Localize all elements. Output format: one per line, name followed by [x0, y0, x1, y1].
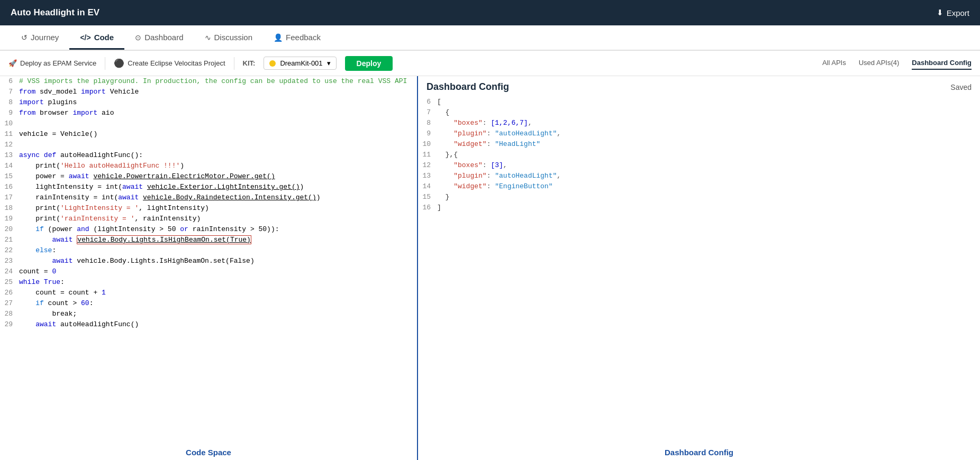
line-number: 10: [0, 118, 19, 129]
table-row: 19 print('rainIntensity = ', rainIntensi…: [0, 214, 417, 224]
create-eclipse-btn[interactable]: ⚫ Create Eclipse Velocitas Project: [114, 58, 225, 68]
code-content: if (power and (lightIntensity > 50 or ra…: [19, 224, 417, 235]
kit-selector[interactable]: DreamKit-001 ▾: [264, 57, 336, 70]
config-line-number: 11: [418, 150, 437, 160]
kit-label: KIT:: [243, 59, 256, 67]
code-content: vehicle = Vehicle(): [19, 129, 417, 140]
line-number: 6: [0, 76, 19, 87]
table-row: 23 await vehicle.Body.Lights.IsHighBeamO…: [0, 256, 417, 266]
line-number: 11: [0, 129, 19, 140]
config-header: Dashboard Config Saved: [418, 76, 980, 95]
line-number: 26: [0, 288, 19, 298]
config-content: "widget": "HeadLight": [437, 139, 980, 150]
code-content: async def autoHeadlightFunc():: [19, 150, 417, 161]
table-row: 12: [0, 140, 417, 150]
code-content: from sdv_model import Vehicle: [19, 87, 417, 97]
code-pane: 6# VSS imports the playground. In produc…: [0, 76, 418, 460]
config-content: ]: [437, 203, 980, 213]
tab-feedback[interactable]: 👤 Feedback: [263, 26, 331, 50]
discussion-icon: ∿: [205, 33, 211, 42]
config-line-number: 16: [418, 203, 437, 213]
export-icon: ⬇: [937, 8, 943, 17]
toolbar-right: All APIs Used APIs(4) Dashboard Config: [822, 57, 972, 70]
chevron-down-icon: ▾: [327, 59, 331, 67]
all-apis-tab[interactable]: All APIs: [822, 57, 846, 70]
config-content: "widget": "EngineButton": [437, 181, 980, 192]
code-content: power = await vehicle.Powertrain.Electri…: [19, 171, 417, 182]
table-row: 8import plugins: [0, 97, 417, 108]
config-line-number: 9: [418, 128, 437, 139]
table-row: 6[: [418, 97, 980, 107]
code-content: await vehicle.Body.Lights.IsHighBeamOn.s…: [19, 235, 417, 245]
table-row: 28 break;: [0, 309, 417, 319]
code-content: while True:: [19, 277, 417, 288]
code-content: print('Hello autoHeadlightFunc !!!'): [19, 161, 417, 171]
table-row: 29 await autoHeadlightFunc(): [0, 319, 417, 330]
config-content: {: [437, 107, 980, 118]
config-content: },{: [437, 150, 980, 160]
line-number: 23: [0, 256, 19, 266]
line-number: 15: [0, 171, 19, 182]
line-number: 8: [0, 97, 19, 108]
config-pane: Dashboard Config Saved 6[7 {8 "boxes": […: [418, 76, 980, 460]
table-row: 14 print('Hello autoHeadlightFunc !!!'): [0, 161, 417, 171]
dashboard-config-tab[interactable]: Dashboard Config: [912, 57, 972, 70]
table-row: 15 power = await vehicle.Powertrain.Elec…: [0, 171, 417, 182]
tab-code[interactable]: </> Code: [69, 26, 124, 50]
code-content: await autoHeadlightFunc(): [19, 319, 417, 330]
toolbar: 🚀 Deploy as EPAM Service ⚫ Create Eclips…: [0, 51, 980, 76]
table-row: 24count = 0: [0, 266, 417, 277]
code-content: print('rainIntensity = ', rainIntensity): [19, 214, 417, 224]
config-content: "boxes": [3],: [437, 160, 980, 171]
code-content: await vehicle.Body.Lights.IsHighBeamOn.s…: [19, 256, 417, 266]
toolbar-divider-1: [105, 57, 105, 70]
rocket-icon: 🚀: [8, 59, 17, 67]
line-number: 27: [0, 298, 19, 309]
config-content: }: [437, 192, 980, 203]
code-content: else:: [19, 245, 417, 256]
table-row: 14 "widget": "EngineButton": [418, 181, 980, 192]
code-content: count = count + 1: [19, 288, 417, 298]
journey-icon: ↺: [21, 33, 28, 42]
config-content: "plugin": "autoHeadLight",: [437, 128, 980, 139]
tab-journey[interactable]: ↺ Journey: [11, 26, 69, 50]
used-apis-tab[interactable]: Used APIs(4): [859, 57, 900, 70]
config-line-number: 7: [418, 107, 437, 118]
deploy-service-btn[interactable]: 🚀 Deploy as EPAM Service: [8, 59, 96, 67]
export-button[interactable]: ⬇ Export: [937, 8, 969, 17]
line-number: 19: [0, 214, 19, 224]
code-content: [19, 118, 417, 129]
line-number: 24: [0, 266, 19, 277]
tab-dashboard[interactable]: ⊙ Dashboard: [124, 26, 194, 50]
table-row: 8 "boxes": [1,2,6,7],: [418, 118, 980, 128]
saved-label: Saved: [950, 83, 972, 91]
code-content: from browser import aio: [19, 108, 417, 118]
table-row: 25while True:: [0, 277, 417, 288]
config-line-number: 10: [418, 139, 437, 150]
code-content: # VSS imports the playground. In product…: [19, 76, 417, 87]
line-number: 21: [0, 235, 19, 245]
code-label: Code Space: [0, 445, 417, 460]
config-line-number: 8: [418, 118, 437, 128]
table-row: 11 },{: [418, 150, 980, 160]
code-content: count = 0: [19, 266, 417, 277]
line-number: 7: [0, 87, 19, 97]
kit-dot: [269, 60, 276, 67]
table-row: 26 count = count + 1: [0, 288, 417, 298]
config-line-number: 12: [418, 160, 437, 171]
table-row: 11vehicle = Vehicle(): [0, 129, 417, 140]
config-editor[interactable]: 6[7 {8 "boxes": [1,2,6,7],9 "plugin": "a…: [418, 95, 980, 460]
code-editor[interactable]: 6# VSS imports the playground. In produc…: [0, 76, 417, 460]
line-number: 12: [0, 140, 19, 150]
deploy-button[interactable]: Deploy: [345, 56, 393, 71]
table-row: 15 }: [418, 192, 980, 203]
toolbar-divider-2: [234, 57, 234, 70]
code-content: print('LightIntensity = ', lightIntensit…: [19, 203, 417, 214]
nav-tabs: ↺ Journey </> Code ⊙ Dashboard ∿ Discuss…: [0, 25, 980, 51]
table-row: 13 "plugin": "autoHeadLight",: [418, 171, 980, 181]
tab-discussion[interactable]: ∿ Discussion: [194, 26, 264, 50]
table-row: 20 if (power and (lightIntensity > 50 or…: [0, 224, 417, 235]
line-number: 13: [0, 150, 19, 161]
line-number: 20: [0, 224, 19, 235]
feedback-icon: 👤: [274, 33, 283, 42]
